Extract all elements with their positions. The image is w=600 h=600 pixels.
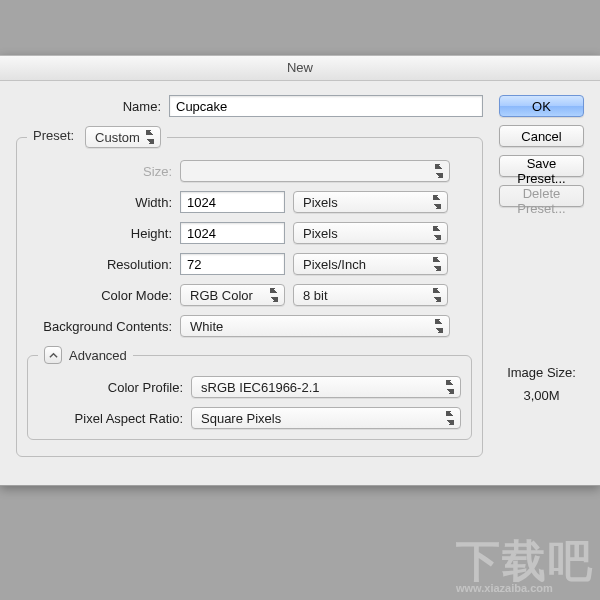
colormode-value: RGB Color	[190, 288, 253, 303]
ok-button[interactable]: OK	[499, 95, 584, 117]
pixelaspect-select[interactable]: Square Pixels	[191, 407, 461, 429]
width-input[interactable]	[180, 191, 285, 213]
colorprofile-select[interactable]: sRGB IEC61966-2.1	[191, 376, 461, 398]
new-document-dialog: New Name: Preset: Custom Size:	[0, 55, 600, 486]
image-size-label: Image Size:	[499, 365, 584, 380]
chevron-up-icon	[49, 351, 58, 360]
height-label: Height:	[27, 226, 172, 241]
resolution-unit-value: Pixels/Inch	[303, 257, 366, 272]
image-size-value: 3,00M	[499, 388, 584, 403]
bitdepth-value: 8 bit	[303, 288, 328, 303]
size-label: Size:	[27, 164, 172, 179]
advanced-group: Advanced Color Profile: sRGB IEC61966-2.…	[27, 346, 472, 440]
dialog-title: New	[0, 56, 600, 81]
name-label: Name:	[16, 99, 161, 114]
background-select[interactable]: White	[180, 315, 450, 337]
advanced-disclosure[interactable]	[44, 346, 62, 364]
size-select	[180, 160, 450, 182]
colormode-select[interactable]: RGB Color	[180, 284, 285, 306]
background-label: Background Contents:	[27, 319, 172, 334]
height-input[interactable]	[180, 222, 285, 244]
cancel-button[interactable]: Cancel	[499, 125, 584, 147]
resolution-input[interactable]	[180, 253, 285, 275]
pixelaspect-label: Pixel Aspect Ratio:	[38, 411, 183, 426]
bitdepth-select[interactable]: 8 bit	[293, 284, 448, 306]
advanced-label: Advanced	[69, 348, 127, 363]
preset-select[interactable]: Custom	[85, 126, 161, 148]
width-unit-select[interactable]: Pixels	[293, 191, 448, 213]
preset-label: Preset:	[33, 128, 74, 143]
pixelaspect-value: Square Pixels	[201, 411, 281, 426]
height-unit-value: Pixels	[303, 226, 338, 241]
width-unit-value: Pixels	[303, 195, 338, 210]
colorprofile-value: sRGB IEC61966-2.1	[201, 380, 320, 395]
watermark-main: 下载吧	[456, 536, 594, 585]
colorprofile-label: Color Profile:	[38, 380, 183, 395]
preset-group: Preset: Custom Size: Width:	[16, 126, 483, 457]
save-preset-button[interactable]: Save Preset...	[499, 155, 584, 177]
resolution-unit-select[interactable]: Pixels/Inch	[293, 253, 448, 275]
height-unit-select[interactable]: Pixels	[293, 222, 448, 244]
delete-preset-button: Delete Preset...	[499, 185, 584, 207]
background-value: White	[190, 319, 223, 334]
name-input[interactable]	[169, 95, 483, 117]
preset-value: Custom	[95, 130, 140, 145]
width-label: Width:	[27, 195, 172, 210]
watermark: 下载吧 www.xiazaiba.com	[456, 539, 594, 594]
colormode-label: Color Mode:	[27, 288, 172, 303]
resolution-label: Resolution:	[27, 257, 172, 272]
image-size-block: Image Size: 3,00M	[499, 365, 584, 403]
